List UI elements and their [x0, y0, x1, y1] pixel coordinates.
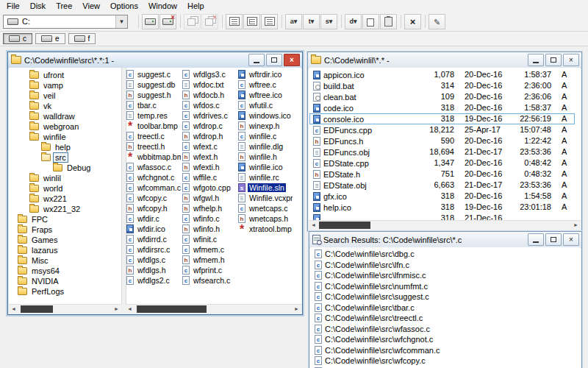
- scroll-right-arrow[interactable]: ►: [112, 305, 121, 314]
- file-item[interactable]: wfdos.c: [181, 100, 237, 110]
- tree-item[interactable]: lazarus: [9, 245, 121, 255]
- file-item[interactable]: wfdrop.c: [181, 121, 237, 131]
- disconnect-net-drive-button[interactable]: ×: [159, 14, 176, 29]
- search-result-item[interactable]: C:\Code\winfile\src\suggest.c: [310, 291, 581, 302]
- minimize-button[interactable]: [528, 233, 544, 246]
- file-item[interactable]: suggest.h: [125, 90, 181, 100]
- file-row[interactable]: build.bat 314 20-Dec-16 2:36:00 A: [309, 80, 581, 91]
- file-item[interactable]: wfinfo.h: [181, 224, 237, 234]
- scrollbar-thumb[interactable]: [137, 305, 207, 313]
- menu-disk[interactable]: Disk: [25, 1, 51, 11]
- file-item[interactable]: wfgwl.h: [181, 193, 237, 203]
- maximize-button[interactable]: [545, 54, 562, 66]
- view-partial-details-button[interactable]: [261, 14, 278, 29]
- menu-tree[interactable]: Tree: [51, 1, 77, 11]
- files-horizontal-scrollbar[interactable]: ◄ ►: [125, 304, 301, 314]
- close-button[interactable]: ×: [284, 54, 300, 66]
- file-item[interactable]: wfcopy.c: [125, 193, 181, 203]
- scroll-right-arrow[interactable]: ►: [571, 221, 581, 230]
- tree-item[interactable]: Misc: [9, 255, 121, 266]
- file-item[interactable]: toolbar.bmp: [125, 121, 181, 131]
- menu-view[interactable]: View: [77, 1, 105, 11]
- tree-item[interactable]: vk: [9, 101, 121, 111]
- file-item[interactable]: wfcopy.h: [125, 203, 181, 213]
- search-result-item[interactable]: C:\Code\winfile\src\wfcopy.c: [310, 355, 581, 367]
- file-item[interactable]: winexp.h: [237, 121, 293, 131]
- file-item[interactable]: wfprint.c: [181, 265, 237, 275]
- permissions-button[interactable]: [429, 14, 445, 29]
- file-item[interactable]: wfdirrd.c: [125, 234, 181, 244]
- scrollbar-thumb[interactable]: [21, 305, 53, 313]
- drive-combo[interactable]: C: ▼: [3, 15, 128, 29]
- scroll-left-arrow[interactable]: ◄: [9, 305, 18, 314]
- sort-by-size-button[interactable]: [320, 14, 337, 29]
- file-item[interactable]: wffile.c: [181, 172, 237, 183]
- file-item[interactable]: wfutil.c: [237, 100, 293, 110]
- tree-horizontal-scrollbar[interactable]: ◄ ►: [9, 304, 121, 314]
- sort-by-type-button[interactable]: [303, 14, 320, 29]
- file-item[interactable]: wfdlgs.h: [125, 265, 181, 275]
- file-row[interactable]: EDFuncs.h 590 20-Dec-16 1:22:42 A: [309, 135, 581, 146]
- file-item[interactable]: wfsearch.c: [181, 275, 237, 286]
- menu-window[interactable]: Window: [143, 1, 182, 11]
- tree-item[interactable]: veil: [9, 91, 121, 101]
- file-item[interactable]: wfdir.ico: [125, 224, 181, 234]
- file-item[interactable]: wfext.h: [181, 152, 237, 162]
- file-item[interactable]: wfdrop.h: [181, 131, 237, 141]
- search-result-item[interactable]: C:\Code\winfile\src\tbar.c: [310, 302, 581, 314]
- search-result-item[interactable]: C:\Code\winfile\src\dbg.c: [310, 249, 581, 260]
- file-row[interactable]: EDState.obj 6,663 21-Dec-17 23:53:36 A: [309, 180, 581, 191]
- tree-item[interactable]: help: [9, 142, 121, 152]
- file-row[interactable]: EDState.cpp 1,347 20-Dec-16 0:48:42 A: [309, 158, 581, 169]
- file-row[interactable]: code.ico 318 20-Dec-16 1:58:37 A: [309, 102, 581, 113]
- file-item[interactable]: wfdir.c: [125, 213, 181, 224]
- file-item[interactable]: wbbitmap.bmp: [125, 152, 181, 162]
- file-item[interactable]: winfile.ico: [237, 162, 293, 172]
- connect-net-drive-button[interactable]: [142, 14, 159, 29]
- file-item[interactable]: wftree.ico: [237, 90, 293, 100]
- tree-item[interactable]: Debug: [9, 163, 121, 173]
- search-result-item[interactable]: C:\Code\winfile\src\wfchgnot.c: [310, 334, 581, 345]
- file-item[interactable]: winfile.c: [237, 131, 293, 141]
- file-item[interactable]: wftrdir.ico: [237, 69, 293, 79]
- share-directory-button[interactable]: [184, 14, 201, 29]
- scroll-right-arrow[interactable]: ►: [292, 305, 301, 314]
- stop-sharing-button[interactable]: ×: [201, 14, 218, 29]
- tree-item[interactable]: webgroan: [9, 121, 121, 132]
- tree-item[interactable]: vamp: [9, 80, 121, 91]
- file-item[interactable]: Winfile.vcxpro: [237, 193, 293, 203]
- file-row[interactable]: help.ico 318 19-Dec-16 23:01:18 A: [309, 202, 581, 213]
- scroll-left-arrow[interactable]: ◄: [309, 221, 318, 230]
- file-item[interactable]: tbar.c: [125, 100, 181, 110]
- file-row[interactable]: clean.bat 109 20-Dec-16 2:36:06 A: [309, 91, 581, 102]
- file-item[interactable]: wfdocb.h: [181, 90, 237, 100]
- maximize-button[interactable]: [266, 54, 282, 66]
- search-result-item[interactable]: C:\Code\winfile\src\wfassoc.c: [310, 324, 581, 335]
- file-item[interactable]: wfinit.c: [181, 234, 237, 244]
- file-item[interactable]: wfgoto.cpp: [181, 183, 237, 193]
- tree-item[interactable]: PerfLogs: [9, 286, 121, 297]
- file-item[interactable]: wfhelp.h: [181, 203, 237, 213]
- file-item[interactable]: temp.res: [125, 110, 181, 121]
- tree-item[interactable]: FPC: [9, 214, 121, 224]
- search-result-item[interactable]: C:\Code\winfile\src\numfmt.c: [310, 281, 581, 292]
- file-item[interactable]: winfile.h: [237, 152, 293, 162]
- tree-item[interactable]: winfile: [9, 132, 121, 142]
- file-row[interactable]: EDFuncs.cpp 18,212 25-Apr-17 15:07:48 A: [309, 124, 581, 135]
- search-result-item[interactable]: C:\Code\winfile\src\lfnmisc.c: [310, 270, 581, 281]
- copy-button[interactable]: [362, 14, 379, 29]
- chevron-down-icon[interactable]: ▼: [115, 15, 127, 28]
- tree-item[interactable]: world: [9, 183, 121, 194]
- scroll-left-arrow[interactable]: ◄: [125, 305, 135, 314]
- scrollbar-thumb[interactable]: [319, 222, 370, 229]
- file-row[interactable]: EDState.h 751 20-Dec-16 0:48:32 A: [309, 169, 581, 180]
- minimize-button[interactable]: [528, 54, 544, 66]
- file-row[interactable]: 318 21-Dec-16: [309, 213, 581, 220]
- drive-e-button[interactable]: e: [35, 33, 65, 44]
- file-item[interactable]: wfdirsrc.c: [125, 244, 181, 255]
- file-item[interactable]: wfmem.c: [181, 244, 237, 255]
- file-item[interactable]: Winfile.sln: [237, 183, 293, 193]
- sort-by-date-button[interactable]: [345, 14, 362, 29]
- file-item[interactable]: windows.ico: [237, 110, 293, 121]
- file-item[interactable]: wftree.c: [237, 79, 293, 90]
